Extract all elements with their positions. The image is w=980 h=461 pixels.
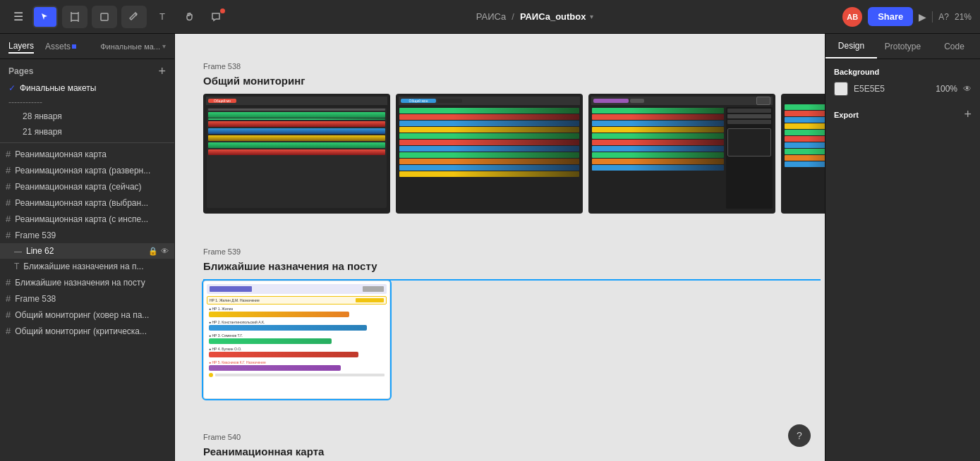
- lock-icon[interactable]: 🔒: [148, 247, 158, 256]
- tool-pen[interactable]: [123, 7, 145, 27]
- canvas-area[interactable]: Frame 538 Общий мониторинг Общий мо: [175, 34, 825, 461]
- left-sidebar: Layers Assets Финальные ма... ▾ Pages + …: [0, 34, 175, 461]
- visibility-toggle[interactable]: 👁: [963, 84, 972, 94]
- menu-button[interactable]: ☰: [8, 7, 28, 27]
- text-icon: T: [14, 262, 19, 271]
- layer-label: Реанимационная карта (сейчас): [15, 182, 169, 192]
- frame-539-content: НР 1. Жилин Д.М. Назначение ● НР 1. Жили…: [203, 281, 797, 399]
- pen-tools-group: [121, 6, 147, 28]
- tool-text[interactable]: T: [151, 7, 174, 27]
- play-button[interactable]: ▶: [919, 11, 926, 23]
- layer-label: Frame 538: [15, 294, 169, 304]
- toolbar: ☰ T РАИСа: [0, 0, 980, 34]
- layer-label: Реанимационная карта: [15, 149, 169, 159]
- right-content: Background E5E5E5 100% 👁 Export +: [825, 59, 980, 130]
- layer-label: Line 62: [26, 246, 144, 256]
- layer-nearest-text[interactable]: T Ближайшие назначения на п...: [0, 259, 174, 274]
- layer-reancard[interactable]: # Реанимационная карта: [0, 146, 174, 162]
- page-item-jan21[interactable]: 21 января: [0, 124, 174, 140]
- annotation-toggle[interactable]: A?: [938, 12, 949, 22]
- canvas-inner: Frame 538 Общий мониторинг Общий мо: [175, 34, 825, 461]
- current-page-tab[interactable]: Финальные ма...: [100, 42, 160, 51]
- pages-list: ✓ Финальные макеты ------------ 28 январ…: [0, 80, 174, 143]
- breadcrumb-dropdown[interactable]: ▾: [590, 13, 593, 20]
- tool-select[interactable]: [34, 7, 56, 27]
- hash-icon: #: [6, 309, 11, 320]
- background-row: E5E5E5 100% 👁: [834, 82, 972, 96]
- share-button[interactable]: Share: [868, 7, 913, 26]
- breadcrumb: РАИСа / РАИСа_outbox ▾: [233, 11, 837, 22]
- layers-list: # Реанимационная карта # Реанимационная …: [0, 143, 174, 461]
- shape-tools-group: [92, 6, 117, 28]
- frame-tools-group: [62, 6, 87, 28]
- pages-section: Pages +: [0, 59, 174, 80]
- line-icon: —: [14, 247, 22, 255]
- color-swatch[interactable]: [834, 82, 848, 96]
- thumb-monitoring-4[interactable]: [781, 94, 825, 214]
- select-tools-group: [32, 6, 58, 28]
- thumb-monitoring-3[interactable]: [588, 94, 775, 214]
- layer-reancard-sel[interactable]: # Реанимационная карта (выбран...: [0, 195, 174, 211]
- page-item-jan28[interactable]: 28 января: [0, 109, 174, 124]
- frame-539-block: Frame 539 Ближайшие назначения на посту: [203, 247, 797, 399]
- thumb-monitoring-2[interactable]: Общий мон: [396, 94, 583, 214]
- page-item-final[interactable]: ✓ Финальные макеты: [0, 80, 174, 96]
- pages-label: Pages: [8, 66, 33, 76]
- tool-frame[interactable]: [63, 7, 86, 27]
- background-color-value[interactable]: E5E5E5: [854, 84, 930, 94]
- tool-hand[interactable]: [178, 7, 200, 27]
- toolbar-left: ☰ T: [8, 6, 227, 28]
- main-area: Layers Assets Финальные ма... ▾ Pages + …: [0, 34, 980, 461]
- right-sidebar: Design Prototype Code Background E5E5E5 …: [825, 34, 980, 461]
- project-name[interactable]: РАИСа: [476, 11, 507, 22]
- thumb-nearest[interactable]: НР 1. Жилин Д.М. Назначение ● НР 1. Жили…: [203, 281, 390, 399]
- layer-reancard-now[interactable]: # Реанимационная карта (сейчас): [0, 178, 174, 195]
- tab-code[interactable]: Code: [928, 34, 980, 59]
- page-tab-arrow[interactable]: ▾: [162, 42, 166, 50]
- frame-538-title: Общий мониторинг: [203, 75, 797, 87]
- layer-monitoring-hover[interactable]: # Общий мониторинг (ховер на па...: [0, 307, 174, 323]
- eye-icon[interactable]: 👁: [161, 247, 169, 256]
- tab-design[interactable]: Design: [825, 34, 877, 59]
- zoom-level[interactable]: 21%: [955, 12, 972, 22]
- tool-comment[interactable]: [205, 7, 227, 27]
- assets-dot: [72, 44, 76, 49]
- frame-538-content: Общий мо: [203, 94, 797, 214]
- page-label: Финальные макеты: [20, 83, 96, 93]
- check-icon: ✓: [8, 83, 16, 93]
- layer-reancard-exp[interactable]: # Реанимационная карта (разверн...: [0, 162, 174, 178]
- frame-539-title: Ближайшие назначения на посту: [203, 260, 797, 272]
- layer-frame538[interactable]: # Frame 538: [0, 290, 174, 307]
- right-tabs: Design Prototype Code: [825, 34, 980, 59]
- tab-layers[interactable]: Layers: [8, 39, 34, 54]
- add-export-button[interactable]: +: [964, 107, 972, 122]
- layer-monitoring-crit[interactable]: # Общий мониторинг (критическа...: [0, 323, 174, 339]
- layer-actions: 🔒 👁: [148, 247, 169, 256]
- frame-540-title: Реанимационная карта: [203, 445, 797, 457]
- thumb-monitoring-1[interactable]: Общий мо: [203, 94, 390, 214]
- hash-icon: #: [6, 181, 11, 192]
- avatar: АВ: [842, 7, 862, 27]
- tab-assets[interactable]: Assets: [45, 40, 76, 53]
- help-button[interactable]: ?: [788, 424, 811, 447]
- add-page-button[interactable]: +: [158, 65, 166, 78]
- background-opacity[interactable]: 100%: [936, 84, 957, 94]
- export-label: Export: [834, 111, 859, 119]
- tab-prototype[interactable]: Prototype: [877, 34, 928, 59]
- hash-icon: #: [6, 149, 11, 159]
- hash-icon: #: [6, 165, 11, 176]
- export-section: Export +: [834, 107, 972, 122]
- export-row: Export +: [834, 107, 972, 122]
- layer-nearest-post[interactable]: # Ближайшие назначения на посту: [0, 274, 174, 290]
- frame-540-block: Frame 540 Реанимационная карта Реанимаци…: [203, 433, 797, 461]
- layer-label: Ближайшие назначения на посту: [15, 278, 169, 288]
- layer-frame539[interactable]: # Frame 539: [0, 227, 174, 243]
- frame-540-label: Frame 540: [203, 433, 797, 441]
- tool-shape[interactable]: [93, 7, 116, 27]
- background-section: Background E5E5E5 100% 👁: [834, 68, 972, 96]
- file-name[interactable]: РАИСа_outbox: [520, 11, 586, 22]
- layer-reancard-ins[interactable]: # Реанимационная карта (с инспе...: [0, 211, 174, 227]
- layer-line62[interactable]: — Line 62 🔒 👁: [0, 243, 174, 259]
- hash-icon: #: [6, 277, 11, 288]
- layer-label: Frame 539: [15, 230, 169, 240]
